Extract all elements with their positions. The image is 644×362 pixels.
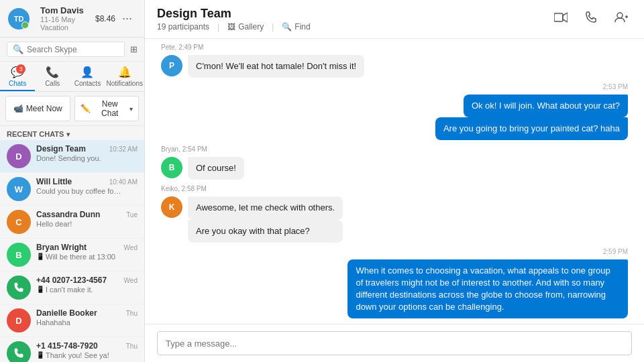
chat-preview: Hello dear!	[36, 220, 72, 228]
tab-notifications-label: Notifications	[107, 80, 143, 87]
msg-body: C'mon! We'll eat hot tamale! Don't miss …	[188, 55, 364, 78]
gallery-label: Gallery	[238, 22, 264, 32]
message-bubble: Are you going to bring your painted cat?…	[435, 117, 628, 140]
main-chat: Design Team 19 participants | 🖼 Gallery …	[145, 0, 644, 362]
search-icon: 🔍	[13, 44, 23, 54]
chat-name: +44 0207-123-4567	[36, 276, 107, 285]
grid-icon[interactable]: ⊞	[130, 44, 138, 54]
contacts-icon: 👤	[80, 66, 94, 78]
msg-sender-time: Keiko, 2:58 PM	[161, 185, 628, 192]
actions-row: 📹 Meet Now ✏️ New Chat ▾	[0, 92, 144, 126]
msg-avatar: K	[161, 196, 182, 218]
message-bubble: Ok ok! I will join. What about your cat?	[464, 95, 628, 117]
msg-row: BOf course!	[161, 157, 628, 180]
more-options-button[interactable]: ···	[118, 10, 136, 27]
msg-body: When it comes to choosing a vacation, wh…	[347, 259, 628, 319]
input-area	[145, 324, 644, 362]
preview-icon: 📱	[36, 286, 44, 293]
msg-body: Awesome, let me check with others.Are yo…	[188, 196, 343, 242]
chat-time: Thu	[126, 310, 138, 317]
message-bubble: When it comes to choosing a vacation, wh…	[347, 259, 628, 319]
chat-preview: Thank you! See ya!	[46, 351, 109, 359]
chat-item-bryan-wright[interactable]: B Bryan Wright Wed 📱 Will be there at 13…	[0, 239, 144, 272]
gallery-button[interactable]: 🖼 Gallery	[227, 22, 264, 32]
tab-chats-label: Chats	[9, 80, 26, 87]
tab-calls[interactable]: 📞 Calls	[35, 62, 70, 91]
msg-sender-time: Bryan, 2:54 PM	[161, 145, 628, 153]
add-person-icon	[614, 11, 628, 23]
tab-calls-label: Calls	[45, 80, 60, 87]
chat-name: Design Team	[36, 144, 86, 154]
meet-now-button[interactable]: 📹 Meet Now	[5, 96, 70, 121]
tab-contacts[interactable]: 👤 Contacts	[70, 62, 105, 91]
participants-label: 19 participants	[157, 22, 209, 32]
phone-icon	[585, 11, 597, 23]
header-actions	[550, 9, 632, 29]
avatar: C	[7, 210, 31, 234]
chat-content: +44 0207-123-4567 Wed 📱 I can't make it.	[36, 276, 138, 294]
message-group: 2:59 PMWhen it comes to choosing a vacat…	[161, 248, 628, 319]
chat-preview: Could you buy coffee for me?	[36, 187, 123, 195]
tab-contacts-label: Contacts	[74, 80, 101, 87]
msg-row: PC'mon! We'll eat hot tamale! Don't miss…	[161, 55, 628, 78]
chat-name: +1 415-748-7920	[36, 341, 98, 351]
chat-list: D Design Team 10:32 AM Done! Sending you…	[0, 140, 144, 362]
preview-icon: 📱	[36, 253, 44, 260]
preview-icon: 📱	[36, 351, 44, 359]
chat-item-danielle-booker[interactable]: D Danielle Booker Thu Hahahaha	[0, 304, 144, 337]
avatar	[7, 341, 31, 362]
svg-point-2	[617, 13, 623, 18]
chat-content: +1 415-748-7920 Thu 📱 Thank you! See ya!	[36, 341, 138, 359]
chat-item-design-team[interactable]: D Design Team 10:32 AM Done! Sending you…	[0, 140, 144, 173]
find-icon: 🔍	[282, 22, 292, 32]
msg-avatar: B	[161, 157, 182, 178]
user-balance: $8.46	[95, 14, 115, 23]
user-name: Tom Davis	[40, 5, 95, 15]
chat-name: Bryan Wright	[36, 243, 87, 252]
msg-avatar: P	[161, 55, 182, 76]
add-participant-button[interactable]	[610, 9, 632, 29]
message-bubble: Are you okay with that place?	[188, 220, 343, 243]
chat-item-will-little[interactable]: W Will Little 10:40 AM Could you buy cof…	[0, 173, 144, 206]
chat-content: Danielle Booker Thu Hahahaha	[36, 308, 138, 326]
new-chat-icon: ✏️	[80, 104, 91, 113]
msg-sender-time: Pete, 2:49 PM	[161, 44, 628, 51]
chat-preview: I can't make it.	[46, 286, 93, 294]
msg-body: Of course!	[188, 157, 244, 180]
svg-rect-0	[554, 13, 563, 21]
chat-name: Danielle Booker	[36, 308, 97, 318]
search-input-wrap: 🔍	[7, 42, 125, 57]
chat-time: Thu	[126, 343, 138, 350]
new-chat-button[interactable]: ✏️ New Chat ▾	[74, 96, 140, 121]
video-icon	[554, 12, 568, 23]
video-call-button[interactable]	[550, 10, 572, 28]
message-input[interactable]	[157, 331, 632, 355]
message-group: Pete, 2:49 PMPC'mon! We'll eat hot tamal…	[161, 44, 628, 78]
search-input[interactable]	[27, 45, 119, 54]
phone-call-button[interactable]	[581, 9, 601, 29]
msg-row: When it comes to choosing a vacation, wh…	[161, 259, 628, 319]
chat-content: Will Little 10:40 AM Could you buy coffe…	[36, 177, 138, 195]
meet-now-icon: 📹	[13, 104, 23, 113]
calls-icon: 📞	[46, 66, 59, 78]
sidebar-header: TD Tom Davis 11-16 May Vacation $8.46 ··…	[0, 0, 144, 38]
chat-content: Design Team 10:32 AM Done! Sending you.	[36, 144, 138, 162]
find-button[interactable]: 🔍 Find	[282, 22, 310, 32]
chat-meta: 19 participants | 🖼 Gallery | 🔍 Find	[157, 22, 550, 32]
recent-chats-label: RECENT CHATS	[7, 130, 64, 138]
tab-notifications[interactable]: 🔔 Notifications	[105, 62, 144, 91]
chat-item-phone-1[interactable]: +44 0207-123-4567 Wed 📱 I can't make it.	[0, 272, 144, 304]
chat-name: Cassandra Dunn	[36, 210, 100, 219]
tab-chats[interactable]: 💬 Chats 3	[0, 62, 35, 91]
chat-time: Wed	[124, 244, 138, 251]
chat-item-cassandra-dunn[interactable]: C Cassandra Dunn Tue Hello dear!	[0, 206, 144, 239]
recent-chats-header[interactable]: RECENT CHATS ▾	[0, 126, 144, 140]
msg-row: Ok ok! I will join. What about your cat?…	[161, 95, 628, 140]
chat-title: Design Team	[157, 7, 550, 21]
message-bubble: Awesome, let me check with others.	[188, 196, 343, 219]
chat-preview: Done! Sending you.	[36, 154, 101, 162]
avatar: D	[7, 144, 31, 168]
chat-content: Bryan Wright Wed 📱 Will be there at 13:0…	[36, 243, 138, 261]
chat-time: Tue	[126, 211, 138, 219]
chat-item-phone-2[interactable]: +1 415-748-7920 Thu 📱 Thank you! See ya!	[0, 337, 144, 362]
